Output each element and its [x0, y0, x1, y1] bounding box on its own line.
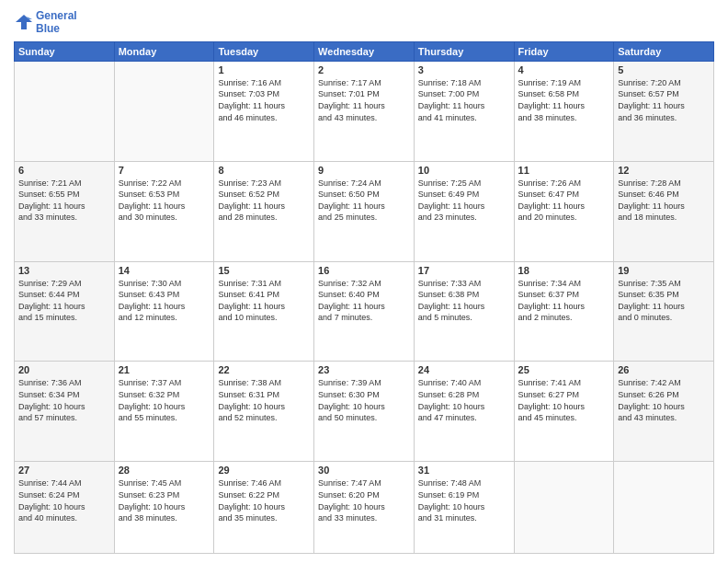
calendar-cell: 25Sunrise: 7:41 AM Sunset: 6:27 PM Dayli…: [514, 362, 614, 462]
svg-marker-0: [16, 15, 32, 29]
day-info: Sunrise: 7:36 AM Sunset: 6:34 PM Dayligh…: [18, 377, 110, 423]
day-number: 20: [18, 364, 110, 375]
weekday-header-tuesday: Tuesday: [214, 41, 314, 61]
day-number: 6: [18, 165, 110, 176]
weekday-header-row: SundayMondayTuesdayWednesdayThursdayFrid…: [15, 41, 714, 61]
calendar-cell: 26Sunrise: 7:42 AM Sunset: 6:26 PM Dayli…: [614, 362, 714, 462]
day-info: Sunrise: 7:17 AM Sunset: 7:01 PM Dayligh…: [318, 77, 410, 123]
calendar-cell: 19Sunrise: 7:35 AM Sunset: 6:35 PM Dayli…: [614, 261, 714, 362]
day-number: 1: [218, 64, 310, 75]
day-number: 4: [518, 64, 610, 75]
calendar-cell: 24Sunrise: 7:40 AM Sunset: 6:28 PM Dayli…: [414, 362, 514, 462]
day-number: 22: [218, 364, 310, 375]
day-number: 21: [119, 364, 210, 375]
day-info: Sunrise: 7:28 AM Sunset: 6:46 PM Dayligh…: [618, 178, 710, 224]
calendar-cell: 29Sunrise: 7:46 AM Sunset: 6:22 PM Dayli…: [214, 462, 314, 554]
calendar-row-4: 20Sunrise: 7:36 AM Sunset: 6:34 PM Dayli…: [15, 362, 714, 462]
calendar-cell: 2Sunrise: 7:17 AM Sunset: 7:01 PM Daylig…: [314, 61, 415, 161]
day-number: 15: [218, 265, 310, 276]
calendar-cell: 9Sunrise: 7:24 AM Sunset: 6:50 PM Daylig…: [314, 161, 415, 261]
calendar-cell: 20Sunrise: 7:36 AM Sunset: 6:34 PM Dayli…: [15, 362, 115, 462]
day-info: Sunrise: 7:30 AM Sunset: 6:43 PM Dayligh…: [119, 278, 210, 324]
day-info: Sunrise: 7:48 AM Sunset: 6:19 PM Dayligh…: [418, 477, 510, 523]
calendar-cell: [614, 462, 714, 554]
day-number: 8: [218, 165, 310, 176]
calendar-cell: [15, 61, 115, 161]
day-info: Sunrise: 7:37 AM Sunset: 6:32 PM Dayligh…: [119, 377, 210, 423]
day-info: Sunrise: 7:25 AM Sunset: 6:49 PM Dayligh…: [418, 178, 510, 224]
page: General Blue SundayMondayTuesdayWednesda…: [0, 0, 728, 563]
calendar-cell: 16Sunrise: 7:32 AM Sunset: 6:40 PM Dayli…: [314, 261, 415, 362]
calendar-cell: 6Sunrise: 7:21 AM Sunset: 6:55 PM Daylig…: [15, 161, 115, 261]
header: General Blue: [14, 9, 714, 36]
day-number: 7: [119, 165, 210, 176]
day-info: Sunrise: 7:38 AM Sunset: 6:31 PM Dayligh…: [218, 377, 310, 423]
calendar-row-1: 1Sunrise: 7:16 AM Sunset: 7:03 PM Daylig…: [15, 61, 714, 161]
day-info: Sunrise: 7:34 AM Sunset: 6:37 PM Dayligh…: [518, 278, 610, 324]
calendar-cell: 8Sunrise: 7:23 AM Sunset: 6:52 PM Daylig…: [214, 161, 314, 261]
day-info: Sunrise: 7:18 AM Sunset: 7:00 PM Dayligh…: [418, 77, 510, 123]
day-info: Sunrise: 7:33 AM Sunset: 6:38 PM Dayligh…: [418, 278, 510, 324]
calendar-cell: 31Sunrise: 7:48 AM Sunset: 6:19 PM Dayli…: [414, 462, 514, 554]
day-info: Sunrise: 7:26 AM Sunset: 6:47 PM Dayligh…: [518, 178, 610, 224]
weekday-header-saturday: Saturday: [614, 41, 714, 61]
day-info: Sunrise: 7:44 AM Sunset: 6:24 PM Dayligh…: [18, 477, 110, 523]
calendar-cell: 11Sunrise: 7:26 AM Sunset: 6:47 PM Dayli…: [514, 161, 614, 261]
calendar-cell: 3Sunrise: 7:18 AM Sunset: 7:00 PM Daylig…: [414, 61, 514, 161]
day-number: 3: [418, 64, 510, 75]
day-number: 12: [618, 165, 710, 176]
day-info: Sunrise: 7:47 AM Sunset: 6:20 PM Dayligh…: [318, 477, 410, 523]
day-info: Sunrise: 7:42 AM Sunset: 6:26 PM Dayligh…: [618, 377, 710, 423]
calendar-cell: 13Sunrise: 7:29 AM Sunset: 6:44 PM Dayli…: [15, 261, 115, 362]
day-info: Sunrise: 7:19 AM Sunset: 6:58 PM Dayligh…: [518, 77, 610, 123]
day-info: Sunrise: 7:21 AM Sunset: 6:55 PM Dayligh…: [18, 178, 110, 224]
calendar-row-5: 27Sunrise: 7:44 AM Sunset: 6:24 PM Dayli…: [15, 462, 714, 554]
day-info: Sunrise: 7:35 AM Sunset: 6:35 PM Dayligh…: [618, 278, 710, 324]
day-number: 10: [418, 165, 510, 176]
day-info: Sunrise: 7:40 AM Sunset: 6:28 PM Dayligh…: [418, 377, 510, 423]
calendar-cell: 18Sunrise: 7:34 AM Sunset: 6:37 PM Dayli…: [514, 261, 614, 362]
day-number: 17: [418, 265, 510, 276]
calendar-cell: 10Sunrise: 7:25 AM Sunset: 6:49 PM Dayli…: [414, 161, 514, 261]
calendar-row-3: 13Sunrise: 7:29 AM Sunset: 6:44 PM Dayli…: [15, 261, 714, 362]
calendar-cell: 5Sunrise: 7:20 AM Sunset: 6:57 PM Daylig…: [614, 61, 714, 161]
day-number: 29: [218, 465, 310, 476]
day-info: Sunrise: 7:45 AM Sunset: 6:23 PM Dayligh…: [119, 477, 210, 523]
calendar-cell: 4Sunrise: 7:19 AM Sunset: 6:58 PM Daylig…: [514, 61, 614, 161]
calendar-cell: 12Sunrise: 7:28 AM Sunset: 6:46 PM Dayli…: [614, 161, 714, 261]
day-info: Sunrise: 7:16 AM Sunset: 7:03 PM Dayligh…: [218, 77, 310, 123]
weekday-header-friday: Friday: [514, 41, 614, 61]
calendar-cell: 15Sunrise: 7:31 AM Sunset: 6:41 PM Dayli…: [214, 261, 314, 362]
calendar-table: SundayMondayTuesdayWednesdayThursdayFrid…: [14, 41, 714, 554]
calendar-cell: [114, 61, 214, 161]
calendar-cell: 30Sunrise: 7:47 AM Sunset: 6:20 PM Dayli…: [314, 462, 415, 554]
calendar-cell: 28Sunrise: 7:45 AM Sunset: 6:23 PM Dayli…: [114, 462, 214, 554]
day-number: 11: [518, 165, 610, 176]
day-info: Sunrise: 7:39 AM Sunset: 6:30 PM Dayligh…: [318, 377, 410, 423]
day-number: 26: [618, 364, 710, 375]
logo-bird-icon: [14, 12, 34, 32]
weekday-header-sunday: Sunday: [15, 41, 115, 61]
day-number: 24: [418, 364, 510, 375]
day-number: 31: [418, 465, 510, 476]
day-info: Sunrise: 7:32 AM Sunset: 6:40 PM Dayligh…: [318, 278, 410, 324]
day-number: 25: [518, 364, 610, 375]
day-number: 16: [318, 265, 410, 276]
day-number: 27: [18, 465, 110, 476]
day-number: 5: [618, 64, 710, 75]
calendar-cell: 23Sunrise: 7:39 AM Sunset: 6:30 PM Dayli…: [314, 362, 415, 462]
logo-blue-text: Blue: [36, 22, 77, 35]
calendar-cell: [514, 462, 614, 554]
day-info: Sunrise: 7:31 AM Sunset: 6:41 PM Dayligh…: [218, 278, 310, 324]
calendar-cell: 22Sunrise: 7:38 AM Sunset: 6:31 PM Dayli…: [214, 362, 314, 462]
day-number: 19: [618, 265, 710, 276]
day-number: 18: [518, 265, 610, 276]
day-number: 30: [318, 465, 410, 476]
calendar-cell: 7Sunrise: 7:22 AM Sunset: 6:53 PM Daylig…: [114, 161, 214, 261]
calendar-cell: 17Sunrise: 7:33 AM Sunset: 6:38 PM Dayli…: [414, 261, 514, 362]
logo-general-text: General: [36, 9, 77, 22]
weekday-header-thursday: Thursday: [414, 41, 514, 61]
day-number: 23: [318, 364, 410, 375]
calendar-cell: 14Sunrise: 7:30 AM Sunset: 6:43 PM Dayli…: [114, 261, 214, 362]
day-info: Sunrise: 7:46 AM Sunset: 6:22 PM Dayligh…: [218, 477, 310, 523]
